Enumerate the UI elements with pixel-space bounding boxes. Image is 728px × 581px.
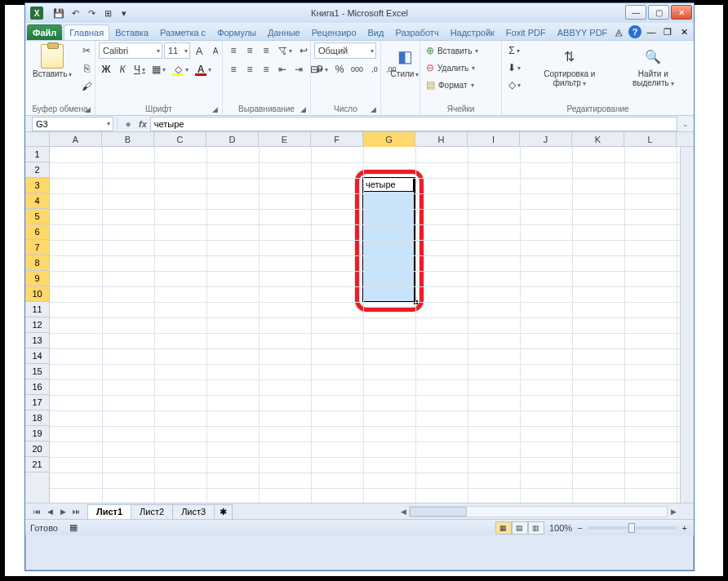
inc-decimal-icon[interactable]: ,0 xyxy=(367,61,382,78)
row-header-1[interactable]: 1 xyxy=(25,147,49,162)
active-cell[interactable]: четыре xyxy=(363,178,414,192)
sheet-tab-3[interactable]: Лист3 xyxy=(172,504,215,519)
view-normal-icon[interactable]: ▦ xyxy=(495,521,512,534)
number-launcher-icon[interactable]: ◢ xyxy=(369,105,377,113)
zoom-in-icon[interactable]: + xyxy=(682,523,687,533)
tab-developer[interactable]: Разработч xyxy=(389,24,444,40)
col-header-J[interactable]: J xyxy=(520,132,572,147)
row-header-21[interactable]: 21 xyxy=(25,457,49,472)
comma-icon[interactable]: 000 xyxy=(348,61,366,78)
hscroll-right-icon[interactable]: ▶ xyxy=(668,506,679,517)
row-header-17[interactable]: 17 xyxy=(25,395,49,410)
format-cells-button[interactable]: ▤Формат xyxy=(424,77,481,93)
row-header-16[interactable]: 16 xyxy=(25,379,49,395)
vertical-scrollbar[interactable] xyxy=(680,147,694,503)
copy-icon[interactable]: ⎘ xyxy=(79,60,94,77)
delete-cells-button[interactable]: ⊖Удалить xyxy=(424,60,481,76)
align-bottom-icon[interactable]: ≡ xyxy=(259,42,273,59)
name-box[interactable]: G3▾ xyxy=(32,117,113,131)
align-center-icon[interactable]: ≡ xyxy=(242,61,257,78)
accounting-icon[interactable]: ₽ xyxy=(314,61,331,78)
doc-restore-icon[interactable]: ❐ xyxy=(661,25,674,38)
clear-icon[interactable]: ◇ xyxy=(505,77,523,93)
col-header-A[interactable]: A xyxy=(50,132,102,147)
undo-icon[interactable]: ↶ xyxy=(68,6,82,20)
macro-record-icon[interactable]: ▦ xyxy=(69,522,78,533)
shrink-font-icon[interactable]: A xyxy=(208,42,223,59)
sheet-nav-first-icon[interactable]: ⏮ xyxy=(30,505,43,518)
row-header-4[interactable]: 4 xyxy=(25,193,49,209)
view-pagelayout-icon[interactable]: ▤ xyxy=(512,521,528,534)
grow-font-icon[interactable]: A xyxy=(192,42,206,59)
col-header-F[interactable]: F xyxy=(311,132,363,147)
worksheet-grid[interactable]: четыре xyxy=(50,147,680,503)
formatpainter-icon[interactable]: 🖌 xyxy=(79,78,94,95)
fx-icon[interactable]: fx xyxy=(139,119,147,129)
sheet-nav-prev-icon[interactable]: ◀ xyxy=(43,505,56,518)
minimize-ribbon-icon[interactable]: ◬ xyxy=(612,25,625,38)
row-header-11[interactable]: 11 xyxy=(25,302,49,317)
tab-file[interactable]: Файл xyxy=(27,24,62,40)
row-header-12[interactable]: 12 xyxy=(25,317,49,333)
row-header-10[interactable]: 10 xyxy=(25,286,49,302)
col-header-I[interactable]: I xyxy=(468,132,520,147)
align-middle-icon[interactable]: ≡ xyxy=(242,42,257,59)
font-color-button[interactable]: A xyxy=(193,61,214,78)
hscroll-left-icon[interactable]: ◀ xyxy=(397,506,409,517)
align-top-icon[interactable]: ≡ xyxy=(226,42,241,59)
zoom-out-icon[interactable]: − xyxy=(577,523,582,533)
doc-minimize-icon[interactable]: — xyxy=(645,25,658,38)
help-icon[interactable]: ? xyxy=(628,25,641,38)
italic-button[interactable]: К xyxy=(115,61,130,78)
doc-close-icon[interactable]: ✕ xyxy=(677,25,690,38)
underline-button[interactable]: Ч xyxy=(131,61,148,78)
row-header-13[interactable]: 13 xyxy=(25,333,49,348)
tab-foxitpdf[interactable]: Foxit PDF xyxy=(500,24,552,40)
row-header-5[interactable]: 5 xyxy=(25,209,49,224)
col-header-L[interactable]: L xyxy=(624,132,677,147)
tab-review[interactable]: Рецензиро xyxy=(306,24,362,40)
sort-filter-button[interactable]: ⇅ Сортировка и фильтр xyxy=(526,42,613,91)
sheet-nav-last-icon[interactable]: ⏭ xyxy=(69,505,82,518)
row-header-19[interactable]: 19 xyxy=(25,426,49,441)
redo-icon[interactable]: ↷ xyxy=(84,6,99,20)
row-header-14[interactable]: 14 xyxy=(25,348,49,364)
row-header-18[interactable]: 18 xyxy=(25,410,49,426)
row-header-20[interactable]: 20 xyxy=(25,441,49,457)
hscroll-thumb[interactable] xyxy=(410,507,467,517)
row-header-6[interactable]: 6 xyxy=(25,224,49,240)
tab-formulas[interactable]: Формулы xyxy=(211,24,262,40)
qat-custom-icon[interactable]: ⊞ xyxy=(100,6,115,20)
col-header-K[interactable]: K xyxy=(572,132,624,147)
formula-bar[interactable]: четыре xyxy=(150,117,677,131)
styles-button[interactable]: ◧ Стили xyxy=(384,42,425,82)
tab-addins[interactable]: Надстройк xyxy=(445,24,500,40)
indent-inc-icon[interactable]: ⇥ xyxy=(291,61,306,78)
qat-dropdown-icon[interactable]: ▾ xyxy=(117,6,131,20)
fx-round-icon[interactable]: ● xyxy=(121,117,135,131)
tab-insert[interactable]: Вставка xyxy=(109,24,154,40)
row-header-2[interactable]: 2 xyxy=(25,162,49,178)
border-button[interactable]: ▦ xyxy=(149,61,168,78)
wrap-text-icon[interactable]: ↩ xyxy=(296,42,311,59)
sheet-tab-1[interactable]: Лист1 xyxy=(87,504,131,519)
indent-dec-icon[interactable]: ⇤ xyxy=(275,61,290,78)
orientation-icon[interactable]: ⦪ xyxy=(275,42,295,59)
formula-expand-icon[interactable]: ⌄ xyxy=(682,120,689,128)
autosum-icon[interactable]: Σ xyxy=(505,42,523,59)
bold-button[interactable]: Ж xyxy=(99,61,113,78)
col-header-H[interactable]: H xyxy=(415,132,468,147)
col-header-C[interactable]: C xyxy=(154,132,206,147)
col-header-B[interactable]: B xyxy=(102,132,154,147)
tab-view[interactable]: Вид xyxy=(362,24,390,40)
align-right-icon[interactable]: ≡ xyxy=(259,61,273,78)
tab-data[interactable]: Данные xyxy=(262,24,306,40)
font-launcher-icon[interactable]: ◢ xyxy=(211,105,219,113)
new-sheet-button[interactable]: ✱ xyxy=(214,504,233,519)
paste-button[interactable]: Вставить xyxy=(29,42,76,82)
zoom-thumb[interactable] xyxy=(628,523,635,533)
zoom-slider[interactable] xyxy=(588,526,677,530)
close-button[interactable]: ✕ xyxy=(671,5,692,20)
maximize-button[interactable]: ▢ xyxy=(648,5,669,20)
sheet-nav-next-icon[interactable]: ▶ xyxy=(56,505,69,518)
